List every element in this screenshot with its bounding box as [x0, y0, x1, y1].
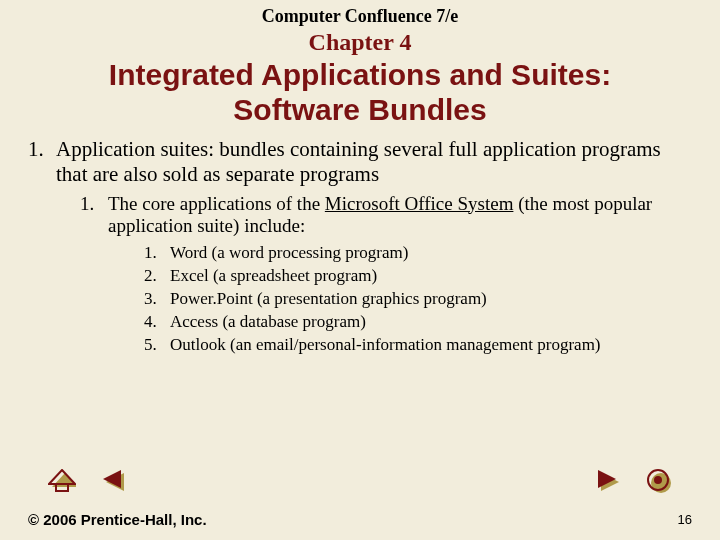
- nav-right-group: [594, 468, 672, 494]
- chapter-title: Integrated Applications and Suites: Soft…: [0, 58, 720, 127]
- list-text: Power.Point (a presentation graphics pro…: [170, 288, 487, 311]
- previous-button[interactable]: [100, 469, 128, 493]
- list-number: 3.: [144, 288, 164, 311]
- list-item: 2. Excel (a spreadsheet program): [144, 265, 692, 288]
- copyright-text: © 2006 Prentice-Hall, Inc.: [28, 511, 207, 528]
- nav-left-group: [48, 469, 128, 493]
- chapter-number: Chapter 4: [0, 29, 720, 56]
- end-button[interactable]: [646, 468, 672, 494]
- text-pre: The core applications of the: [108, 193, 325, 214]
- list-item: 1. The core applications of the Microsof…: [80, 193, 692, 239]
- chapter-title-line1: Integrated Applications and Suites:: [109, 58, 611, 91]
- page-number: 16: [678, 512, 692, 527]
- slide-header: Computer Confluence 7/e Chapter 4 Integr…: [0, 0, 720, 127]
- list-text: Excel (a spreadsheet program): [170, 265, 377, 288]
- list-item: 1. Word (a word processing program): [144, 242, 692, 265]
- nav-bar: [0, 468, 720, 494]
- list-text: The core applications of the Microsoft O…: [108, 193, 692, 239]
- list-number: 2.: [144, 265, 164, 288]
- book-title: Computer Confluence 7/e: [0, 6, 720, 27]
- list-number: 1.: [80, 193, 102, 239]
- list-text: Word (a word processing program): [170, 242, 408, 265]
- list-text: Outlook (an email/personal-information m…: [170, 334, 601, 357]
- svg-point-9: [654, 476, 662, 484]
- list-item: 5. Outlook (an email/personal-informatio…: [144, 334, 692, 357]
- chapter-title-line2: Software Bundles: [233, 93, 486, 126]
- list-text: Access (a database program): [170, 311, 366, 334]
- list-item: 1. Application suites: bundles containin…: [28, 137, 692, 187]
- list-number: 1.: [144, 242, 164, 265]
- next-button[interactable]: [594, 469, 622, 493]
- list-number: 4.: [144, 311, 164, 334]
- list-item: 3. Power.Point (a presentation graphics …: [144, 288, 692, 311]
- slide-content: 1. Application suites: bundles containin…: [0, 127, 720, 357]
- svg-marker-4: [103, 470, 121, 488]
- list-item: 4. Access (a database program): [144, 311, 692, 334]
- list-text: Application suites: bundles containing s…: [56, 137, 692, 187]
- home-button[interactable]: [48, 469, 76, 493]
- list-number: 1.: [28, 137, 50, 187]
- list-number: 5.: [144, 334, 164, 357]
- ms-office-link[interactable]: Microsoft Office System: [325, 193, 514, 214]
- slide-footer: © 2006 Prentice-Hall, Inc. 16: [0, 511, 720, 528]
- inner-list: 1. Word (a word processing program) 2. E…: [144, 242, 692, 357]
